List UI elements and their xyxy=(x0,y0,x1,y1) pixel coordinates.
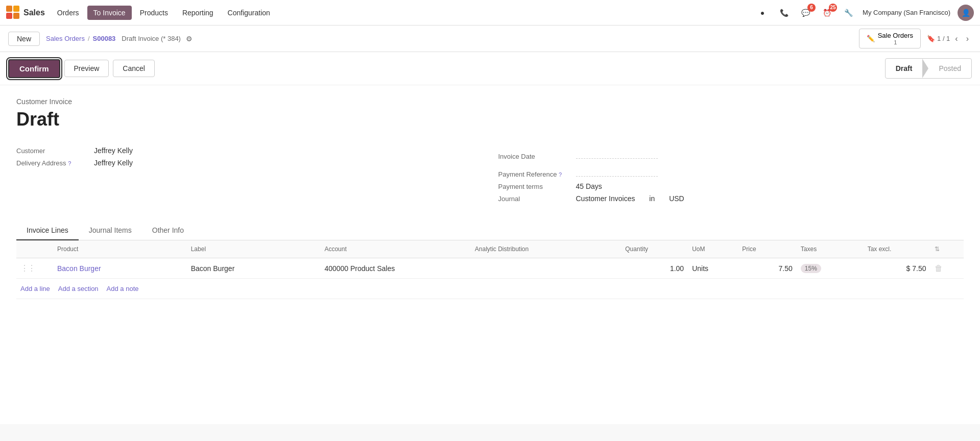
invoice-date-row: Invoice Date xyxy=(498,144,964,162)
delivery-help-icon[interactable]: ? xyxy=(68,160,71,166)
payment-terms-value[interactable]: 45 Days xyxy=(576,182,602,190)
row-label[interactable]: Bacon Burger xyxy=(187,258,321,279)
status-arrow xyxy=(922,59,928,78)
col-taxes-header: Taxes xyxy=(797,240,864,258)
invoice-title: Draft xyxy=(16,109,964,130)
sale-orders-label: Sale Orders xyxy=(878,32,913,39)
top-nav: Sales Orders To Invoice Products Reporti… xyxy=(0,0,980,26)
pagination: 🔖 1 / 1 ‹ › xyxy=(927,33,972,44)
clock-badge: 25 xyxy=(829,4,837,12)
invoice-form: Customer Jeffrey Kelly Delivery Address … xyxy=(16,144,964,205)
customer-label: Customer xyxy=(16,147,88,155)
nav-orders[interactable]: Orders xyxy=(51,6,85,20)
sale-orders-count: 1 xyxy=(878,39,913,45)
add-note-link[interactable]: Add a note xyxy=(107,285,139,292)
col-product-header: Product xyxy=(53,240,187,258)
breadcrumb-parent[interactable]: Sales Orders xyxy=(46,35,85,42)
col-actions-header[interactable]: ⇅ xyxy=(930,240,964,258)
delivery-address-row: Delivery Address ? Jeffrey Kelly xyxy=(16,157,482,169)
circle-status-icon[interactable]: ● xyxy=(755,6,770,20)
journal-currency-in: in xyxy=(649,194,655,203)
pagination-next[interactable]: › xyxy=(963,33,972,44)
row-taxes[interactable]: 15% xyxy=(797,258,864,279)
tab-journal-items[interactable]: Journal Items xyxy=(79,221,142,240)
row-uom[interactable]: Units xyxy=(688,258,738,279)
status-flow: Draft Posted xyxy=(885,58,972,79)
tab-invoice-lines[interactable]: Invoice Lines xyxy=(16,221,79,240)
invoice-type: Customer Invoice xyxy=(16,97,964,106)
new-button[interactable]: New xyxy=(8,32,40,46)
nav-reporting[interactable]: Reporting xyxy=(176,6,220,20)
clock-icon[interactable]: ⏰ 25 xyxy=(820,6,834,20)
phone-icon[interactable]: 📞 xyxy=(777,6,791,20)
col-label-header: Label xyxy=(187,240,321,258)
table-row: ⋮⋮ Bacon Burger Bacon Burger 400000 Prod… xyxy=(16,258,964,279)
nav-to-invoice[interactable]: To Invoice xyxy=(87,6,132,20)
chat-badge: 6 xyxy=(807,4,816,12)
chat-icon[interactable]: 💬 6 xyxy=(798,6,812,20)
user-avatar[interactable]: 👤 xyxy=(958,5,974,21)
payment-reference-row: Payment Reference ? xyxy=(498,162,964,180)
bookmark-icon[interactable]: 🔖 xyxy=(927,35,935,42)
cancel-button[interactable]: Cancel xyxy=(113,60,155,77)
breadcrumb-current[interactable]: S00083 xyxy=(93,35,116,42)
row-analytic[interactable] xyxy=(471,258,621,279)
journal-label: Journal xyxy=(498,195,570,203)
invoice-date-label: Invoice Date xyxy=(498,153,570,160)
pagination-prev[interactable]: ‹ xyxy=(952,33,961,44)
table-header: Product Label Account Analytic Distribut… xyxy=(16,240,964,258)
journal-value[interactable]: Customer Invoices xyxy=(576,194,635,203)
row-delete[interactable]: 🗑 xyxy=(930,258,964,279)
tax-badge[interactable]: 15% xyxy=(801,264,821,273)
row-price[interactable]: 7.50 xyxy=(738,258,797,279)
add-section-link[interactable]: Add a section xyxy=(58,285,99,292)
row-tax-excl: $ 7.50 xyxy=(864,258,930,279)
payment-reference-input[interactable] xyxy=(576,164,658,177)
confirm-button[interactable]: Confirm xyxy=(8,59,60,78)
pagination-text: 1 / 1 xyxy=(937,35,950,42)
svg-rect-0 xyxy=(6,6,12,12)
customer-value[interactable]: Jeffrey Kelly xyxy=(94,146,133,155)
settings-icon[interactable]: 🔧 xyxy=(841,6,855,20)
table-footer: Add a line Add a section Add a note xyxy=(16,279,964,299)
app-logo: Sales xyxy=(6,6,45,20)
settings-gear-icon[interactable]: ⚙ xyxy=(186,35,193,43)
column-settings-icon[interactable]: ⇅ xyxy=(935,246,940,253)
add-line-link[interactable]: Add a line xyxy=(20,285,50,292)
col-analytic-header: Analytic Distribution xyxy=(471,240,621,258)
row-product[interactable]: Bacon Burger xyxy=(53,258,187,279)
drag-handle[interactable]: ⋮⋮ xyxy=(16,258,53,279)
invoice-date-input[interactable] xyxy=(576,146,658,159)
row-quantity[interactable]: 1.00 xyxy=(621,258,688,279)
preview-button[interactable]: Preview xyxy=(64,60,109,77)
tab-other-info[interactable]: Other Info xyxy=(142,221,194,240)
delivery-address-label: Delivery Address ? xyxy=(16,159,88,167)
nav-products[interactable]: Products xyxy=(134,6,174,20)
status-posted[interactable]: Posted xyxy=(928,60,971,77)
payment-terms-row: Payment terms 45 Days xyxy=(498,180,964,192)
col-price-header: Price xyxy=(738,240,797,258)
product-link[interactable]: Bacon Burger xyxy=(57,264,101,273)
payment-ref-help-icon[interactable]: ? xyxy=(559,172,562,178)
journal-currency-code: USD xyxy=(669,194,684,203)
customer-row: Customer Jeffrey Kelly xyxy=(16,144,482,157)
delete-icon[interactable]: 🗑 xyxy=(935,264,943,273)
status-draft[interactable]: Draft xyxy=(886,60,923,77)
payment-reference-label: Payment Reference ? xyxy=(498,170,570,178)
sub-header: New Sales Orders / S00083 Draft Invoice … xyxy=(0,26,980,52)
table-body: ⋮⋮ Bacon Burger Bacon Burger 400000 Prod… xyxy=(16,258,964,279)
draft-label: Draft Invoice (* 384) xyxy=(122,35,181,42)
svg-rect-2 xyxy=(6,13,12,19)
col-quantity-header: Quantity xyxy=(621,240,688,258)
svg-rect-1 xyxy=(13,6,19,12)
app-logo-icon xyxy=(6,6,20,20)
edit-icon: ✏️ xyxy=(867,35,875,42)
col-drag-header xyxy=(16,240,53,258)
svg-rect-3 xyxy=(13,13,19,19)
sale-orders-button[interactable]: ✏️ Sale Orders 1 xyxy=(859,29,921,48)
row-account[interactable]: 400000 Product Sales xyxy=(320,258,470,279)
form-right: Invoice Date Payment Reference ? Payment… xyxy=(498,144,964,205)
form-left: Customer Jeffrey Kelly Delivery Address … xyxy=(16,144,482,205)
nav-configuration[interactable]: Configuration xyxy=(222,6,276,20)
delivery-address-value[interactable]: Jeffrey Kelly xyxy=(94,159,133,167)
